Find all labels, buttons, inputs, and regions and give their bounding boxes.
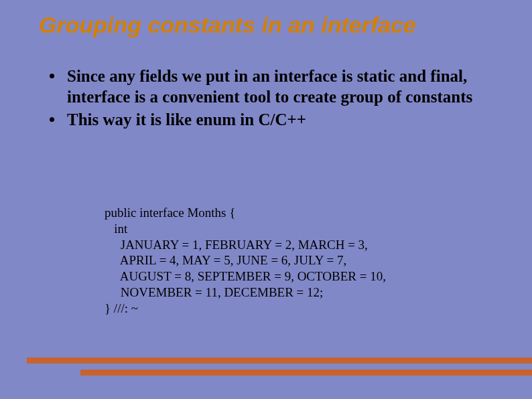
bullet-list: Since any fields we put in an interface … [47,66,492,130]
footer-decoration [27,357,532,376]
footer-line [80,370,532,376]
bullet-item: Since any fields we put in an interface … [47,66,492,108]
slide-title: Grouping constants in an interface [39,12,512,38]
slide-body: Since any fields we put in an interface … [47,66,492,131]
code-block: public interface Months { int JANUARY = … [105,205,478,316]
footer-line [27,357,532,364]
slide: Grouping constants in an interface Since… [0,0,532,399]
bullet-item: This way it is like enum in C/C++ [47,109,492,130]
